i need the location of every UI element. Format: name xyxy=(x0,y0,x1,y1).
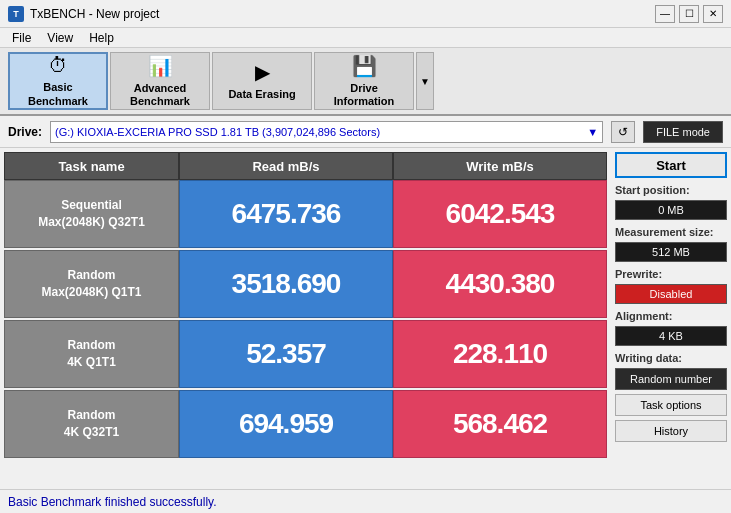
minimize-button[interactable]: — xyxy=(655,5,675,23)
history-button[interactable]: History xyxy=(615,420,727,442)
title-bar-controls: — ☐ ✕ xyxy=(655,5,723,23)
writing-value-button[interactable]: Random number xyxy=(615,368,727,390)
task-options-button[interactable]: Task options xyxy=(615,394,727,416)
start-button[interactable]: Start xyxy=(615,152,727,178)
menu-file[interactable]: File xyxy=(4,29,39,47)
drive-refresh-button[interactable]: ↺ xyxy=(611,121,635,143)
start-pos-label: Start position: xyxy=(615,184,727,196)
right-panel: Start Start position: 0 MB Measurement s… xyxy=(611,148,731,489)
bench-task-name: RandomMax(2048K) Q1T1 xyxy=(4,250,179,318)
bench-write-value: 228.110 xyxy=(393,320,607,388)
menu-bar: File View Help xyxy=(0,28,731,48)
header-read: Read mB/s xyxy=(179,152,393,180)
app-icon: T xyxy=(8,6,24,22)
window-title: TxBENCH - New project xyxy=(30,7,159,21)
bench-task-name: SequentialMax(2048K) Q32T1 xyxy=(4,180,179,248)
header-task-name: Task name xyxy=(4,152,179,180)
drive-dropdown-icon: ▼ xyxy=(587,126,598,138)
basic-benchmark-label: BasicBenchmark xyxy=(28,81,88,107)
prewrite-value: Disabled xyxy=(615,284,727,304)
header-write: Write mB/s xyxy=(393,152,607,180)
bench-read-value: 3518.690 xyxy=(179,250,393,318)
bench-row: Random4K Q1T1 52.357 228.110 xyxy=(4,320,607,388)
writing-label: Writing data: xyxy=(615,352,727,364)
title-bar-left: T TxBENCH - New project xyxy=(8,6,159,22)
bench-read-value: 52.357 xyxy=(179,320,393,388)
bench-row: SequentialMax(2048K) Q32T1 6475.736 6042… xyxy=(4,180,607,248)
status-bar: Basic Benchmark finished successfully. xyxy=(0,489,731,513)
bench-row: Random4K Q32T1 694.959 568.462 xyxy=(4,390,607,458)
toolbar: ⏱ BasicBenchmark 📊 AdvancedBenchmark ▶ D… xyxy=(0,48,731,116)
align-label: Alignment: xyxy=(615,310,727,322)
title-bar: T TxBENCH - New project — ☐ ✕ xyxy=(0,0,731,28)
drive-select[interactable]: (G:) KIOXIA-EXCERIA PRO SSD 1.81 TB (3,9… xyxy=(50,121,603,143)
bench-read-value: 694.959 xyxy=(179,390,393,458)
bench-task-name: Random4K Q32T1 xyxy=(4,390,179,458)
close-button[interactable]: ✕ xyxy=(703,5,723,23)
toolbar-basic-benchmark[interactable]: ⏱ BasicBenchmark xyxy=(8,52,108,110)
toolbar-data-erasing[interactable]: ▶ Data Erasing xyxy=(212,52,312,110)
drive-label: Drive: xyxy=(8,125,42,139)
advanced-benchmark-icon: 📊 xyxy=(148,54,173,78)
basic-benchmark-icon: ⏱ xyxy=(48,54,68,77)
bench-rows: SequentialMax(2048K) Q32T1 6475.736 6042… xyxy=(4,180,607,458)
data-erasing-label: Data Erasing xyxy=(228,88,295,101)
toolbar-dropdown[interactable]: ▼ xyxy=(416,52,434,110)
bench-write-value: 4430.380 xyxy=(393,250,607,318)
data-erasing-icon: ▶ xyxy=(255,60,270,84)
menu-help[interactable]: Help xyxy=(81,29,122,47)
drive-row: Drive: (G:) KIOXIA-EXCERIA PRO SSD 1.81 … xyxy=(0,116,731,148)
toolbar-advanced-benchmark[interactable]: 📊 AdvancedBenchmark xyxy=(110,52,210,110)
bench-read-value: 6475.736 xyxy=(179,180,393,248)
main-area: Task name Read mB/s Write mB/s Sequentia… xyxy=(0,148,731,489)
bench-header: Task name Read mB/s Write mB/s xyxy=(4,152,607,180)
status-text: Basic Benchmark finished successfully. xyxy=(8,495,217,509)
measure-label: Measurement size: xyxy=(615,226,727,238)
drive-info-label: DriveInformation xyxy=(334,82,395,108)
menu-view[interactable]: View xyxy=(39,29,81,47)
bench-row: RandomMax(2048K) Q1T1 3518.690 4430.380 xyxy=(4,250,607,318)
prewrite-label: Prewrite: xyxy=(615,268,727,280)
drive-value: (G:) KIOXIA-EXCERIA PRO SSD 1.81 TB (3,9… xyxy=(55,126,380,138)
benchmark-area: Task name Read mB/s Write mB/s Sequentia… xyxy=(0,148,611,489)
bench-write-value: 6042.543 xyxy=(393,180,607,248)
align-value: 4 KB xyxy=(615,326,727,346)
bench-write-value: 568.462 xyxy=(393,390,607,458)
file-mode-button[interactable]: FILE mode xyxy=(643,121,723,143)
start-pos-value: 0 MB xyxy=(615,200,727,220)
drive-info-icon: 💾 xyxy=(352,54,377,78)
advanced-benchmark-label: AdvancedBenchmark xyxy=(130,82,190,108)
maximize-button[interactable]: ☐ xyxy=(679,5,699,23)
bench-task-name: Random4K Q1T1 xyxy=(4,320,179,388)
toolbar-drive-info[interactable]: 💾 DriveInformation xyxy=(314,52,414,110)
measure-value: 512 MB xyxy=(615,242,727,262)
